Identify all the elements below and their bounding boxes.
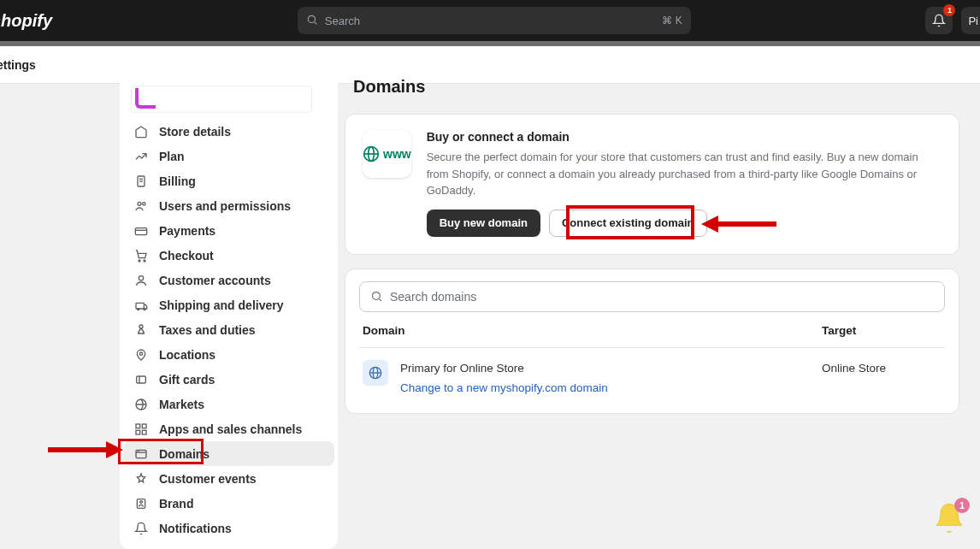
grid-icon	[133, 422, 149, 436]
sidebar-item-label: Shipping and delivery	[159, 298, 283, 312]
search-icon	[370, 290, 383, 303]
settings-nav: Store detailsPlanBillingUsers and permis…	[120, 115, 338, 549]
svg-rect-19	[136, 424, 140, 428]
intro-card: www Buy or connect a domain Secure the p…	[345, 114, 959, 255]
search-placeholder: Search	[325, 15, 663, 27]
person-icon	[133, 274, 149, 287]
settings-sidebar: Store detailsPlanBillingUsers and permis…	[120, 83, 338, 549]
section-heading: ettings	[0, 58, 36, 72]
svg-point-11	[139, 275, 143, 280]
floating-notification-bell[interactable]: 1	[932, 501, 966, 535]
users-icon	[133, 199, 149, 213]
svg-point-10	[144, 260, 145, 262]
sidebar-item-checkout[interactable]: Checkout	[123, 243, 334, 268]
connect-existing-domain-button[interactable]: Connect existing domain	[549, 210, 707, 237]
svg-rect-20	[142, 424, 146, 428]
svg-point-6	[143, 202, 145, 204]
globe-icon	[369, 366, 382, 380]
store-icon	[133, 125, 149, 139]
svg-point-16	[139, 352, 142, 355]
column-target: Target	[822, 324, 942, 337]
account-menu[interactable]: Pi	[961, 7, 980, 34]
sidebar-item-label: Markets	[159, 398, 204, 411]
store-logo	[132, 86, 311, 112]
pin-icon	[133, 348, 149, 362]
notifications-badge: 1	[943, 4, 955, 16]
sidebar-item-label: Customer events	[159, 472, 257, 486]
sidebar-item-label: Taxes and duties	[159, 323, 256, 337]
sidebar-item-customer-accounts[interactable]: Customer accounts	[123, 268, 334, 292]
bell-icon	[133, 522, 149, 535]
domain-search-input[interactable]: Search domains	[359, 281, 945, 312]
domain-list-card: Search domains Domain Target Primary for…	[345, 269, 959, 414]
sidebar-item-label: Customer accounts	[159, 274, 271, 287]
intro-heading: Buy or connect a domain	[427, 130, 942, 144]
domain-illustration: www	[363, 130, 411, 178]
search-icon	[306, 14, 318, 28]
main-column: Domains www Buy or connect a domain Secu…	[338, 84, 980, 549]
sidebar-item-label: Plan	[159, 150, 185, 163]
sidebar-item-billing[interactable]: Billing	[123, 168, 334, 193]
sidebar-item-notifications[interactable]: Notifications	[123, 516, 334, 540]
sidebar-item-customer-events[interactable]: Customer events	[123, 466, 334, 491]
sidebar-item-domains[interactable]: Domains	[123, 441, 334, 466]
sidebar-item-label: Notifications	[159, 522, 232, 535]
truck-icon	[133, 298, 149, 312]
svg-rect-17	[137, 376, 146, 383]
domain-row[interactable]: Primary for Online Store Change to a new…	[359, 347, 945, 398]
sidebar-item-users-and-permissions[interactable]: Users and permissions	[123, 193, 334, 218]
svg-line-1	[314, 21, 316, 24]
sidebar-item-apps-and-sales-channels[interactable]: Apps and sales channels	[123, 416, 334, 441]
svg-point-0	[308, 15, 315, 22]
sidebar-item-label: Brand	[159, 497, 193, 511]
intro-description: Secure the perfect domain for your store…	[427, 149, 942, 199]
sidebar-item-label: Locations	[159, 348, 215, 362]
browser-icon	[133, 447, 149, 461]
bell-icon	[932, 14, 946, 27]
domain-search-placeholder: Search domains	[390, 290, 476, 304]
svg-rect-7	[135, 227, 146, 234]
domain-primary-label: Primary for Online Store	[400, 362, 822, 375]
sidebar-item-label: Billing	[159, 174, 196, 188]
notifications-button[interactable]: 1	[925, 7, 953, 34]
id-icon	[133, 497, 149, 511]
sidebar-column: Store detailsPlanBillingUsers and permis…	[0, 84, 338, 549]
buy-new-domain-button[interactable]: Buy new domain	[427, 210, 540, 237]
svg-point-9	[139, 260, 140, 262]
sidebar-item-markets[interactable]: Markets	[123, 392, 334, 416]
workspace: Store detailsPlanBillingUsers and permis…	[0, 84, 980, 549]
sidebar-item-plan[interactable]: Plan	[123, 144, 334, 168]
svg-rect-12	[136, 303, 144, 309]
store-logo-glyph	[135, 88, 156, 109]
sidebar-item-store-details[interactable]: Store details	[123, 119, 334, 144]
sidebar-item-payments[interactable]: Payments	[123, 218, 334, 243]
sidebar-item-label: Domains	[159, 447, 210, 461]
sidebar-item-taxes-and-duties[interactable]: Taxes and duties	[123, 317, 334, 342]
sidebar-item-gift-cards[interactable]: Gift cards	[123, 367, 334, 392]
cart-icon	[133, 249, 149, 263]
sidebar-item-locations[interactable]: Locations	[123, 342, 334, 367]
sidebar-item-label: Apps and sales channels	[159, 422, 302, 436]
change-domain-link[interactable]: Change to a new myshopify.com domain	[400, 381, 822, 394]
svg-rect-22	[142, 430, 146, 434]
sidebar-item-brand[interactable]: Brand	[123, 491, 334, 516]
domain-target: Online Store	[822, 360, 942, 375]
svg-point-5	[138, 202, 141, 205]
global-search[interactable]: Search ⌘ K	[298, 7, 691, 34]
column-domain: Domain	[363, 324, 822, 337]
domain-chip	[363, 360, 388, 386]
globe-icon	[363, 145, 380, 162]
svg-point-35	[373, 292, 381, 300]
sidebar-item-label: Payments	[159, 224, 215, 238]
shopify-logo: shopify	[0, 11, 62, 31]
sidebar-item-shipping-and-delivery[interactable]: Shipping and delivery	[123, 292, 334, 317]
www-text: www	[383, 147, 411, 161]
globe-icon	[133, 398, 149, 411]
gift-icon	[133, 373, 149, 387]
sidebar-item-label: Store details	[159, 125, 231, 139]
store-logo-slot	[120, 83, 338, 115]
sidebar-item-label: Checkout	[159, 249, 214, 263]
sidebar-item-label: Gift cards	[159, 373, 215, 387]
page-title: Domains	[353, 77, 425, 97]
sidebar-item-label: Users and permissions	[159, 199, 291, 213]
